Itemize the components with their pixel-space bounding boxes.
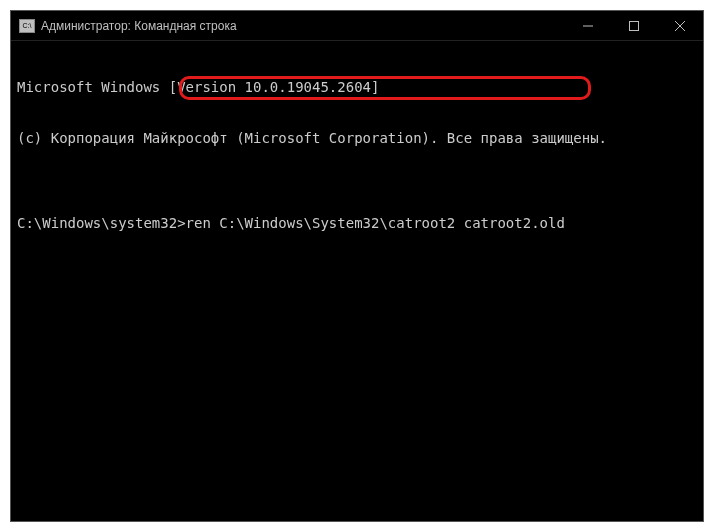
terminal-cursor [565,217,573,231]
titlebar-left: C:\ Администратор: Командная строка [11,19,237,33]
terminal-output[interactable]: Microsoft Windows [Version 10.0.19045.26… [11,41,703,270]
terminal-command: ren C:\Windows\System32\catroot2 catroot… [186,215,565,231]
window-controls [565,11,703,40]
terminal-line-copyright: (c) Корпорация Майкрософт (Microsoft Cor… [17,130,697,147]
maximize-icon [629,21,639,31]
terminal-prompt-line: C:\Windows\system32>ren C:\Windows\Syste… [17,215,697,232]
window-title: Администратор: Командная строка [41,19,237,33]
terminal-prompt: C:\Windows\system32> [17,215,186,231]
terminal-line-version: Microsoft Windows [Version 10.0.19045.26… [17,79,697,96]
window-titlebar[interactable]: C:\ Администратор: Командная строка [11,11,703,41]
close-icon [675,21,685,31]
minimize-button[interactable] [565,11,611,40]
maximize-button[interactable] [611,11,657,40]
command-prompt-window: C:\ Администратор: Командная строка [10,10,704,522]
cmd-icon: C:\ [19,19,35,33]
minimize-icon [583,21,593,31]
close-button[interactable] [657,11,703,40]
svg-rect-1 [630,21,639,30]
